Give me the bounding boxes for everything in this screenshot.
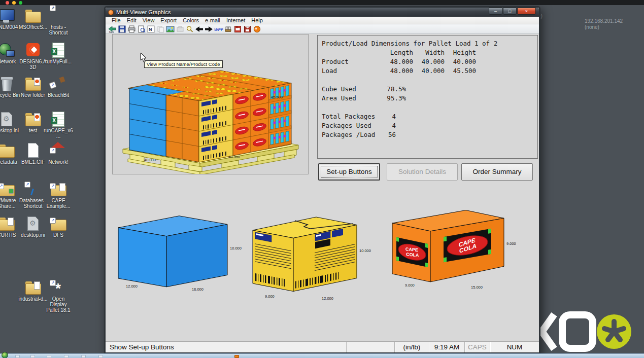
view-product-name-icon[interactable]: N bbox=[146, 25, 156, 33]
cola-dim-left: 9.000 bbox=[405, 283, 415, 288]
wpf-export-icon[interactable]: WPF bbox=[214, 25, 223, 33]
design-cube-icon bbox=[24, 43, 42, 58]
close-button[interactable]: × bbox=[517, 8, 536, 15]
pallet-dim-height: 45.500 bbox=[271, 95, 283, 99]
status-caps: CAPS bbox=[464, 342, 490, 352]
desktop-icon-runmyfull[interactable]: runMyFull... bbox=[44, 43, 73, 64]
setup-buttons-button[interactable]: Set-up Buttons bbox=[318, 163, 380, 181]
status-num: NUM bbox=[490, 342, 539, 352]
app-icon bbox=[108, 10, 114, 15]
pallet-view-icon[interactable] bbox=[223, 25, 233, 33]
cape-cola-box-drawing: CAPE COLA CAPE COLA 9.000 15.000 9.000 bbox=[385, 195, 518, 293]
product-row: Product48.00040.00040.000 bbox=[322, 57, 537, 66]
status-empty-cell bbox=[346, 342, 394, 352]
maximize-button[interactable]: □ bbox=[503, 8, 517, 15]
taskbar-icon[interactable] bbox=[81, 355, 86, 358]
title-bar[interactable]: Multi-Viewer Graphics – □ × bbox=[106, 8, 539, 17]
folder-documents-icon bbox=[0, 216, 15, 231]
yellow-dim-left: 9.000 bbox=[265, 294, 275, 299]
recycle-bin-icon bbox=[0, 76, 15, 91]
taskbar-icon[interactable] bbox=[64, 355, 69, 358]
excel-file-icon bbox=[50, 43, 67, 58]
taskbar-icon[interactable] bbox=[47, 355, 51, 358]
toolbar: back N WPF * bbox=[106, 24, 539, 34]
menu-colors[interactable]: Colors bbox=[180, 17, 202, 23]
folder-icon bbox=[24, 8, 42, 23]
ip-address: 192.168.201.142 bbox=[585, 18, 623, 24]
taskbar-icon[interactable] bbox=[15, 355, 20, 358]
print-icon[interactable] bbox=[127, 25, 137, 33]
client-area: 40.000 48.000 45.500 Product/Load Dimens… bbox=[106, 34, 539, 345]
menu-export[interactable]: Export bbox=[157, 17, 180, 23]
yellow-dim-bottom: 12.000 bbox=[322, 296, 333, 301]
menu-view[interactable]: View bbox=[140, 17, 158, 23]
desktop-icon-cape-example[interactable]: CAPE Example... bbox=[44, 182, 73, 209]
pallet-left-face bbox=[129, 89, 199, 162]
blue-dim-left: 12.000 bbox=[126, 284, 138, 289]
folder-network-icon bbox=[0, 182, 15, 197]
menu-edit[interactable]: Edit bbox=[124, 17, 140, 23]
mac-close-dot[interactable] bbox=[6, 1, 9, 5]
packages-per-load-row: Packages /Load56 bbox=[322, 130, 537, 139]
desktop-ip-text: 192.168.201.142 (none) bbox=[585, 18, 623, 30]
desktop-icon-hosts[interactable]: hosts - Shortcut bbox=[44, 8, 73, 35]
desktop-icon-runcape[interactable]: runCAPE_x6... bbox=[44, 112, 73, 139]
taskbar[interactable] bbox=[0, 353, 644, 358]
brush-icon bbox=[50, 76, 67, 91]
menu-file[interactable]: File bbox=[109, 17, 124, 23]
pallet-dim-width: 40.000 bbox=[144, 158, 156, 162]
taskbar-icon[interactable] bbox=[98, 355, 103, 358]
col-height: Height bbox=[445, 48, 476, 57]
ini-file-icon bbox=[0, 112, 15, 127]
next-load-icon[interactable] bbox=[204, 25, 214, 33]
col-length: Length bbox=[382, 48, 413, 57]
star-shortcut-icon bbox=[50, 8, 67, 23]
status-time: 9:19 AM bbox=[429, 342, 464, 352]
desktop-icon-bleachbit[interactable]: BleachBit bbox=[44, 76, 73, 98]
cola-brand-line2: COLA bbox=[405, 252, 419, 258]
status-units: (in/lb) bbox=[394, 342, 429, 352]
taskbar-icon[interactable] bbox=[30, 355, 35, 358]
snapshot-icon[interactable] bbox=[175, 25, 185, 33]
folder-shortcut-icon bbox=[50, 216, 67, 231]
previous-load-icon[interactable] bbox=[194, 25, 204, 33]
network-globe-icon bbox=[0, 43, 15, 58]
info-title: Product/Load Dimensions for Pallet Load … bbox=[322, 39, 537, 48]
desktop-icon-open-display-pallet[interactable]: Open Display Pallet 18.1 bbox=[44, 280, 73, 313]
pallet-dim-length: 48.000 bbox=[228, 155, 240, 159]
minimize-button[interactable]: – bbox=[489, 8, 502, 15]
folder-icon bbox=[0, 143, 15, 158]
blue-box-drawing: 12.000 16.000 10.000 bbox=[111, 197, 245, 296]
image-export-icon[interactable] bbox=[165, 25, 175, 33]
menu-bar: File Edit View Export Colors e-mail Inte… bbox=[106, 17, 539, 24]
esko-app-icon bbox=[50, 280, 67, 295]
cube-used-row: Cube Used78.5% bbox=[322, 85, 537, 94]
pdf-export-icon[interactable] bbox=[233, 25, 243, 33]
copy-icon[interactable] bbox=[156, 25, 165, 33]
taskbar-app-icon[interactable] bbox=[234, 355, 239, 358]
desktop-icon-dfs[interactable]: DFS bbox=[44, 216, 73, 238]
esko-store-icon[interactable]: * bbox=[252, 25, 262, 33]
menu-email[interactable]: e-mail bbox=[202, 17, 223, 23]
print-preview-icon[interactable] bbox=[137, 25, 146, 33]
mac-minimize-dot[interactable] bbox=[12, 1, 16, 5]
menu-internet[interactable]: Internet bbox=[223, 17, 248, 23]
order-summary-button[interactable]: Order Summary bbox=[461, 163, 533, 181]
solution-details-button[interactable]: Solution Details bbox=[387, 163, 458, 181]
home-icon bbox=[50, 143, 67, 158]
toolbar-tooltip: View Product Name/Product Code bbox=[144, 60, 223, 68]
packages-used-row: Packages Used4 bbox=[322, 121, 537, 130]
menu-help[interactable]: Help bbox=[248, 17, 266, 23]
cola-dim-right: 9.000 bbox=[506, 241, 516, 246]
mac-zoom-dot[interactable] bbox=[19, 1, 22, 5]
back-icon[interactable]: back bbox=[108, 25, 117, 33]
start-orb-icon[interactable] bbox=[2, 352, 8, 358]
save-icon[interactable] bbox=[117, 25, 127, 33]
computer-icon bbox=[0, 8, 15, 23]
desktop-icon-network2[interactable]: Network! bbox=[44, 143, 73, 165]
zoom-icon[interactable] bbox=[185, 25, 194, 33]
svg-text:N: N bbox=[149, 27, 152, 32]
folder-media-icon bbox=[24, 76, 42, 91]
pdf-report-icon[interactable] bbox=[243, 25, 252, 33]
mac-top-bar bbox=[0, 0, 644, 5]
